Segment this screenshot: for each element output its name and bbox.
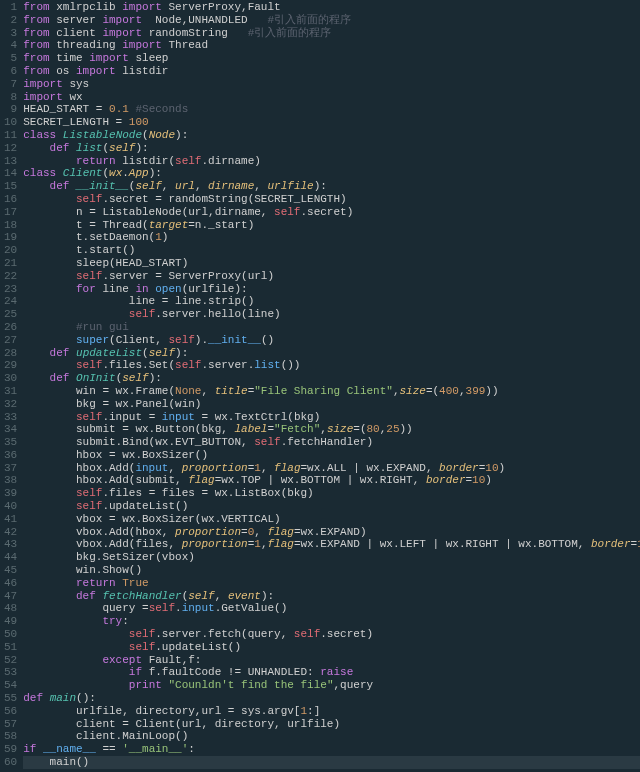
token	[23, 666, 129, 678]
token: __name__	[43, 743, 96, 755]
code-line: def list(self):	[23, 142, 640, 155]
token: self	[254, 436, 280, 448]
token: from	[23, 52, 49, 64]
code-line: import wx	[23, 91, 640, 104]
token: listdir(	[116, 155, 175, 167]
token: self	[76, 193, 102, 205]
code-line: self.files.Set(self.server.list())	[23, 359, 640, 372]
token: :]	[307, 705, 320, 717]
token: if	[129, 666, 142, 678]
token: from	[23, 1, 49, 13]
token: border	[591, 538, 631, 550]
token: from	[23, 14, 49, 26]
token: proportion	[182, 462, 248, 474]
code-line: import sys	[23, 78, 640, 91]
token: os	[50, 65, 76, 77]
token: input	[135, 462, 168, 474]
token	[23, 577, 76, 589]
token: list	[254, 359, 280, 371]
token: class	[23, 167, 56, 179]
code-line: return True	[23, 577, 640, 590]
token: Node	[149, 129, 175, 141]
token: proportion	[182, 538, 248, 550]
token	[23, 590, 76, 602]
token: win.Show()	[23, 564, 142, 576]
token: =wx.EXPAND)	[294, 526, 367, 538]
code-line: hbox.Add(input, proportion=1, flag=wx.AL…	[23, 462, 640, 475]
code-editor: 1 2 3 4 5 6 7 8 9 10 11 12 13 14 15 16 1…	[0, 0, 640, 770]
token: proportion	[175, 526, 241, 538]
token: 25	[386, 423, 399, 435]
token: #引入前面的程序	[248, 27, 332, 39]
token: self	[129, 641, 155, 653]
token: vbox.Add(hbox,	[23, 526, 175, 538]
token: import	[122, 39, 162, 51]
code-line: self.server = ServerProxy(url)	[23, 270, 640, 283]
token: super	[76, 334, 109, 346]
token	[23, 180, 49, 192]
token: print	[129, 679, 162, 691]
token: ,	[393, 385, 400, 397]
token: ).	[195, 334, 208, 346]
code-line: from threading import Thread	[23, 39, 640, 52]
token: =(	[426, 385, 439, 397]
token: Fault,f:	[142, 654, 201, 666]
token: wx	[109, 167, 122, 179]
token: .fetchHandler)	[281, 436, 373, 448]
token: )	[162, 231, 169, 243]
token: updateList	[76, 347, 142, 359]
token: main()	[23, 756, 89, 768]
token: ():	[76, 692, 96, 704]
token: #run gui	[76, 321, 129, 333]
token: size	[327, 423, 353, 435]
code-line: query =self.input.GetValue()	[23, 602, 640, 615]
token: flag	[188, 474, 214, 486]
token: ,	[195, 180, 208, 192]
token: flag	[267, 538, 293, 550]
code-content: from xmlrpclib import ServerProxy,Faultf…	[23, 0, 640, 770]
token: t = Thread(	[23, 219, 148, 231]
token: self	[76, 500, 102, 512]
code-line: self.server.hello(line)	[23, 308, 640, 321]
token	[23, 500, 76, 512]
token: self	[76, 270, 102, 282]
code-line: vbox = wx.BoxSizer(wx.VERTICAL)	[23, 513, 640, 526]
code-line: vbox.Add(files, proportion=1,flag=wx.EXP…	[23, 538, 640, 551]
code-line: self.input = input = wx.TextCtrl(bkg)	[23, 411, 640, 424]
token: ):	[149, 167, 162, 179]
token: 10	[485, 462, 498, 474]
token: def	[50, 347, 70, 359]
code-line: except Fault,f:	[23, 654, 640, 667]
token: if	[23, 743, 36, 755]
token: vbox.Add(files,	[23, 538, 181, 550]
token: fetchHandler	[102, 590, 181, 602]
token: sleep(HEAD_START)	[23, 257, 188, 269]
code-line: bkg.SetSizer(vbox)	[23, 551, 640, 564]
token: client	[50, 27, 103, 39]
token: :	[188, 743, 195, 755]
code-line: main()	[23, 756, 640, 769]
token: .secret)	[320, 628, 373, 640]
code-line: t.start()	[23, 244, 640, 257]
token: '__main__'	[122, 743, 188, 755]
code-line: sleep(HEAD_START)	[23, 257, 640, 270]
token: .updateList()	[102, 500, 188, 512]
token: ())	[281, 359, 301, 371]
token: label	[234, 423, 267, 435]
line-number-gutter: 1 2 3 4 5 6 7 8 9 10 11 12 13 14 15 16 1…	[0, 0, 23, 770]
token: self	[294, 628, 320, 640]
code-line: HEAD_START = 0.1 #Seconds	[23, 103, 640, 116]
token: (Client,	[109, 334, 168, 346]
token	[23, 679, 129, 691]
token: self	[149, 347, 175, 359]
token	[23, 347, 49, 359]
token: line	[96, 283, 136, 295]
token: self	[188, 590, 214, 602]
code-line: vbox.Add(hbox, proportion=0, flag=wx.EXP…	[23, 526, 640, 539]
token	[23, 308, 129, 320]
code-line: def updateList(self):	[23, 347, 640, 360]
token: (	[142, 347, 149, 359]
token: =wx.TOP | wx.BOTTOM | wx.RIGHT,	[215, 474, 426, 486]
token: ,	[254, 180, 267, 192]
token: import	[89, 52, 129, 64]
